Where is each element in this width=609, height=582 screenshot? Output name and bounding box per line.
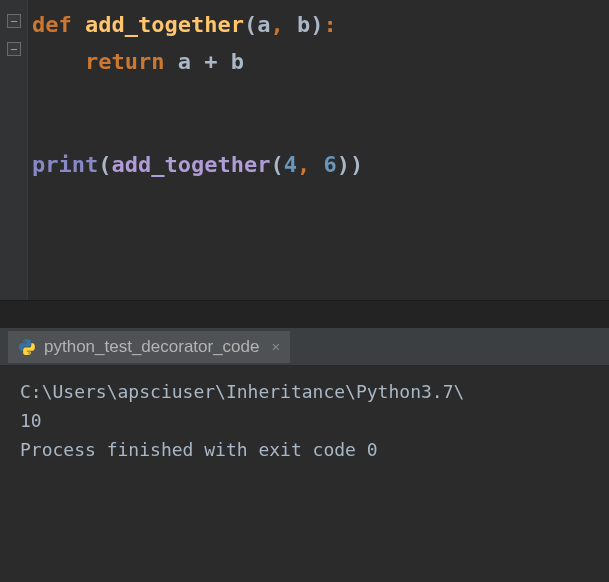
keyword-return: return — [85, 49, 164, 74]
param-a: a — [257, 12, 270, 37]
code-content[interactable]: def add_together(a, b): return a + b pri… — [28, 0, 367, 300]
blank-line — [32, 82, 363, 115]
console-path-line: C:\Users\apsciuser\Inheritance\Python3.7… — [20, 378, 589, 405]
console-output[interactable]: C:\Users\apsciuser\Inheritance\Python3.7… — [0, 366, 609, 582]
console-exit-line: Process finished with exit code 0 — [20, 436, 589, 463]
function-call: add_together — [111, 152, 270, 177]
python-icon — [18, 338, 36, 356]
code-line-2: return a + b — [32, 45, 363, 78]
close-icon[interactable]: × — [272, 338, 281, 355]
fold-collapse-icon[interactable] — [7, 14, 21, 28]
code-line-1: def add_together(a, b): — [32, 8, 363, 41]
keyword-def: def — [32, 12, 72, 37]
code-line-5: print(add_together(4, 6)) — [32, 148, 363, 181]
console-output-line: 10 — [20, 407, 589, 434]
param-b: b — [297, 12, 310, 37]
number-literal: 6 — [323, 152, 336, 177]
run-tab[interactable]: python_test_decorator_code × — [8, 331, 290, 363]
function-name: add_together — [85, 12, 244, 37]
number-literal: 4 — [284, 152, 297, 177]
blank-line — [32, 115, 363, 148]
code-editor[interactable]: def add_together(a, b): return a + b pri… — [0, 0, 609, 300]
fold-collapse-icon[interactable] — [7, 42, 21, 56]
run-tab-bar: python_test_decorator_code × — [0, 328, 609, 366]
panel-divider[interactable] — [0, 300, 609, 328]
print-call: print — [32, 152, 98, 177]
editor-gutter — [0, 0, 28, 300]
run-tab-label: python_test_decorator_code — [44, 337, 260, 357]
